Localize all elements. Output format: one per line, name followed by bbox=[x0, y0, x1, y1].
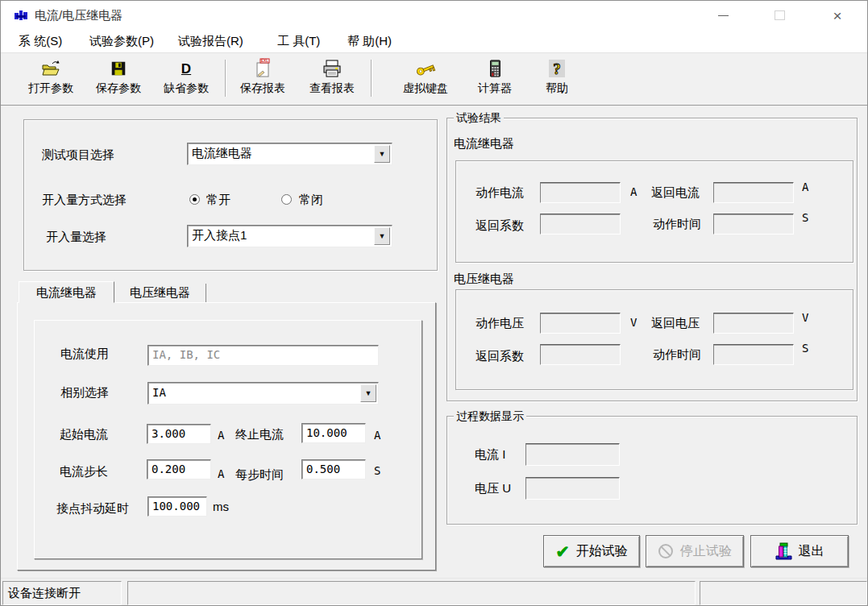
save-report-icon: EXL bbox=[232, 57, 293, 80]
status-message-panel bbox=[127, 581, 696, 605]
chevron-down-icon[interactable]: ▼ bbox=[374, 227, 390, 245]
exit-button[interactable]: 退出 bbox=[750, 535, 849, 567]
action-time-unit: S bbox=[802, 342, 808, 355]
view-report-button[interactable]: 查看报表 bbox=[301, 57, 363, 102]
open-folder-icon bbox=[20, 57, 81, 80]
check-icon: ✔ bbox=[555, 543, 570, 560]
start-current-unit: A bbox=[218, 429, 224, 442]
step-time-unit: S bbox=[374, 464, 380, 477]
current-relay-tabpage: 电流使用 IA, IB, IC 相别选择 IA ▼ 起始电流 3.000 A 终… bbox=[17, 302, 436, 571]
maximize-icon bbox=[775, 10, 785, 20]
menu-system[interactable]: 系 统(S) bbox=[19, 30, 62, 52]
current-use-field: IA, IB, IC bbox=[147, 345, 379, 366]
action-voltage-value bbox=[540, 313, 621, 334]
help-button[interactable]: ? 帮助 bbox=[526, 57, 588, 102]
input-select-label: 开入量选择 bbox=[46, 230, 106, 245]
start-test-button[interactable]: ✔ 开始试验 bbox=[543, 535, 640, 567]
return-current-label: 返回电流 bbox=[651, 185, 700, 201]
debounce-delay-field[interactable]: 100.000 bbox=[147, 496, 207, 517]
close-icon: × bbox=[833, 8, 841, 23]
action-time-value bbox=[713, 344, 794, 365]
radio-normally-closed-label[interactable]: 常闭 bbox=[299, 193, 323, 208]
save-params-button[interactable]: 保存参数 bbox=[88, 57, 149, 102]
minimize-button[interactable] bbox=[701, 1, 745, 30]
menu-help[interactable]: 帮 助(H) bbox=[347, 30, 392, 52]
menu-tools[interactable]: 工 具(T) bbox=[277, 30, 320, 52]
exit-icon bbox=[775, 542, 792, 560]
app-icon bbox=[14, 8, 28, 23]
start-current-label: 起始电流 bbox=[60, 427, 108, 442]
action-current-value bbox=[540, 182, 621, 203]
radio-dot bbox=[193, 197, 197, 201]
chevron-down-icon[interactable]: ▼ bbox=[360, 384, 376, 402]
end-current-unit: A bbox=[374, 429, 380, 442]
test-item-select[interactable]: 电流继电器 ▼ bbox=[187, 143, 392, 165]
start-current-field[interactable]: 3.000 bbox=[147, 424, 211, 444]
radio-normally-open[interactable] bbox=[189, 194, 200, 205]
radio-normally-open-label[interactable]: 常开 bbox=[206, 193, 230, 208]
current-step-field[interactable]: 0.200 bbox=[147, 459, 211, 479]
phase-select[interactable]: IA ▼ bbox=[147, 382, 379, 405]
svg-text:EXL: EXL bbox=[261, 59, 268, 63]
setup-groupbox: 测试项目选择 电流继电器 ▼ 开入量方式选择 常开 常闭 开入量选择 开入接点1… bbox=[23, 119, 438, 271]
tab-voltage-relay[interactable]: 电压继电器 bbox=[114, 284, 206, 302]
default-params-button[interactable]: D 缺省参数 bbox=[156, 57, 217, 102]
stop-test-label: 停止试验 bbox=[680, 543, 732, 560]
chevron-down-icon[interactable]: ▼ bbox=[374, 145, 390, 163]
close-button[interactable]: × bbox=[816, 1, 859, 30]
calculator-button[interactable]: 计算器 bbox=[464, 57, 525, 102]
return-coef-label: 返回系数 bbox=[476, 218, 524, 234]
menu-test-report[interactable]: 试验报告(R) bbox=[178, 30, 243, 52]
input-mode-label: 开入量方式选择 bbox=[42, 193, 127, 208]
end-current-field[interactable]: 10.000 bbox=[301, 423, 366, 443]
current-relay-form-panel: 电流使用 IA, IB, IC 相别选择 IA ▼ 起始电流 3.000 A 终… bbox=[34, 320, 422, 559]
save-icon bbox=[88, 57, 149, 80]
phase-select-value: IA bbox=[152, 386, 166, 399]
step-time-label: 每步时间 bbox=[235, 467, 284, 483]
return-current-value bbox=[713, 182, 794, 203]
relay-tab-control: 电流继电器 电压继电器 电流使用 IA, IB, IC 相别选择 IA ▼ 起始… bbox=[17, 281, 436, 571]
return-voltage-value bbox=[713, 313, 794, 334]
status-extra-panel bbox=[700, 581, 867, 605]
radio-normally-closed[interactable] bbox=[281, 194, 292, 205]
action-current-unit: A bbox=[630, 185, 637, 198]
process-current-value bbox=[525, 443, 620, 466]
open-params-button[interactable]: 打开参数 bbox=[20, 57, 81, 102]
return-voltage-label: 返回电压 bbox=[651, 316, 700, 331]
status-bar: 设备连接断开 bbox=[1, 578, 867, 606]
process-data-groupbox: 过程数据显示 电流 I 电压 U bbox=[446, 416, 858, 525]
toolbar: 打开参数 保存参数 D 缺省参数 bbox=[1, 52, 867, 106]
debounce-delay-label: 接点抖动延时 bbox=[56, 501, 129, 517]
step-time-field[interactable]: 0.500 bbox=[301, 459, 366, 479]
current-use-label: 电流使用 bbox=[60, 347, 109, 362]
current-step-label: 电流步长 bbox=[60, 464, 108, 479]
stop-test-button: 停止试验 bbox=[646, 535, 744, 567]
virtual-keyboard-button[interactable]: 虚拟键盘 bbox=[395, 57, 456, 102]
action-time-value bbox=[713, 214, 794, 235]
help-icon: ? bbox=[526, 57, 588, 80]
virtual-keyboard-icon bbox=[395, 57, 456, 80]
action-current-label: 动作电流 bbox=[476, 185, 524, 201]
exit-label: 退出 bbox=[799, 543, 824, 560]
return-current-unit: A bbox=[802, 181, 808, 193]
action-time-label: 动作时间 bbox=[653, 347, 701, 363]
toolbar-separator bbox=[371, 60, 372, 97]
process-data-title: 过程数据显示 bbox=[454, 409, 526, 423]
results-voltage-panel: 动作电压 V 返回电压 V 返回系数 动作时间 S bbox=[455, 289, 853, 390]
process-current-label: 电流 I bbox=[475, 447, 505, 463]
return-coef-value bbox=[540, 344, 621, 365]
tab-current-relay[interactable]: 电流继电器 bbox=[19, 281, 114, 303]
input-select[interactable]: 开入接点1 ▼ bbox=[187, 225, 392, 247]
save-report-button[interactable]: EXL 保存报表 bbox=[232, 57, 293, 102]
return-coef-label: 返回系数 bbox=[476, 349, 524, 364]
svg-text:?: ? bbox=[553, 60, 561, 77]
action-voltage-label: 动作电压 bbox=[476, 316, 524, 331]
start-test-label: 开始试验 bbox=[576, 543, 628, 560]
debounce-delay-unit: ms bbox=[213, 500, 229, 513]
menu-test-params[interactable]: 试验参数(P) bbox=[89, 30, 154, 52]
calculator-icon bbox=[464, 57, 525, 80]
title-bar: 电流/电压继电器 × bbox=[1, 1, 867, 30]
current-step-unit: A bbox=[218, 467, 224, 480]
maximize-button[interactable] bbox=[758, 1, 801, 30]
results-title: 试验结果 bbox=[454, 111, 504, 125]
